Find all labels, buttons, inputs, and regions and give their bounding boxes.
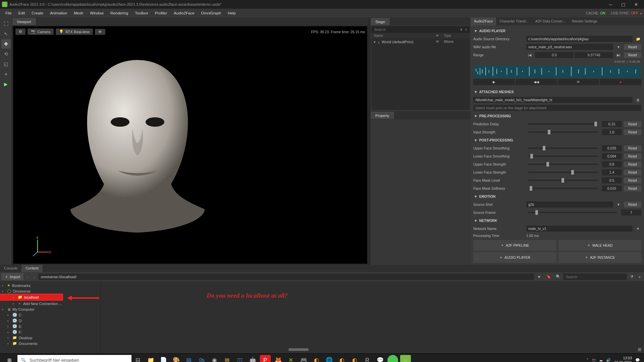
audio-player-button[interactable]: ＋ AUDIO PLAYER [473, 252, 556, 263]
source-shot-field[interactable]: g2b [526, 201, 613, 207]
move-tool-icon[interactable]: ✥ [1, 39, 11, 49]
content-grid[interactable]: Do you need a localhost at all? ▦ [101, 281, 644, 353]
store2-icon[interactable]: ◫ [234, 355, 245, 362]
reset-shot[interactable]: Reset [624, 202, 641, 207]
tree-item-8[interactable]: ▪💽F: [0, 329, 100, 335]
livesync-status[interactable]: LIVE SYNC: OFF ● [611, 11, 642, 15]
tree-item-10[interactable]: ▪📁Documents [0, 341, 100, 346]
po-value-3[interactable]: 1.4 [602, 169, 622, 175]
menu-rendering[interactable]: Rendering [107, 10, 131, 16]
tray-notifications-icon[interactable]: 💬 [635, 358, 640, 362]
pp-slider-0[interactable] [528, 123, 598, 125]
menu-mesh[interactable]: Mesh [70, 10, 87, 16]
section-network[interactable]: ▼ NETWORK [473, 217, 641, 225]
omniverse-icon[interactable]: ☺ [400, 355, 411, 362]
po-slider-4[interactable] [528, 180, 598, 181]
options-icon[interactable]: ≡ [465, 27, 467, 32]
po-slider-0[interactable] [528, 147, 598, 149]
menu-window[interactable]: Window [87, 10, 107, 16]
filter-icon[interactable]: ⧩ [628, 275, 635, 279]
range-end-icon[interactable]: ▶| [615, 53, 622, 57]
po-slider-2[interactable] [528, 164, 598, 165]
tree-item-9[interactable]: ▪📁Desktop [0, 335, 100, 341]
po-reset-0[interactable]: Reset [624, 145, 641, 151]
menu-animation[interactable]: Animation [47, 10, 70, 16]
dropdown-icon[interactable]: ▼ [635, 227, 641, 231]
range-b[interactable]: 9.37746 [575, 52, 613, 58]
green-icon[interactable] [387, 355, 398, 362]
property-tab[interactable]: Property [371, 112, 394, 119]
trash-icon[interactable]: 🗑 [635, 98, 641, 102]
tree-item-7[interactable]: ▪💽E: [0, 323, 100, 329]
range-a[interactable]: 0.0 [535, 52, 574, 58]
store-icon[interactable]: 🛍 [196, 355, 207, 362]
pp-reset-1[interactable]: Reset [624, 129, 641, 135]
tab-audio2face[interactable]: Audio2Face [471, 17, 496, 25]
nav-fwd-icon[interactable]: › [32, 275, 37, 279]
notepad-icon[interactable]: 📄 [158, 355, 169, 362]
male-head-button[interactable]: ＋ MALE HEAD [558, 240, 642, 251]
po-reset-4[interactable]: Reset [624, 178, 641, 183]
tab-character-transfer[interactable]: Character Transf... [496, 17, 532, 25]
close-button[interactable]: ✕ [630, 0, 642, 8]
app-icon-3[interactable]: 🎮 [298, 355, 309, 362]
rewind-button[interactable]: ◀◀ [516, 79, 557, 85]
start-button[interactable]: ⊞ [1, 354, 17, 362]
tree-item-1[interactable]: ▪◯Omniverse [0, 288, 100, 294]
mesh-path-field[interactable]: /World/char_male_model_hi/c_headWatertig… [473, 97, 633, 103]
folder-icon[interactable]: 📁 [635, 37, 641, 41]
camera-dropdown[interactable]: 📷 Camera [28, 28, 54, 35]
app-icon-1[interactable]: ▤ [183, 355, 194, 362]
viewport[interactable]: ⚙ 📷 Camera 💡 RTX Real-time 👁 FPS: 38.23,… [13, 26, 367, 264]
r-icon[interactable]: R [362, 355, 373, 362]
blender-icon-3[interactable]: ◐ [349, 355, 360, 362]
menu-toolbox[interactable]: Toolbox [131, 10, 152, 16]
stage-row-world[interactable]: ▸ ⟁ World (defaultPrim) 👁Xform [371, 39, 470, 45]
x-icon[interactable]: ✕ [285, 355, 296, 362]
tree-item-2[interactable]: ▪📁localhost [0, 294, 62, 300]
loop-button[interactable]: ⟳ [558, 79, 599, 85]
chrome-icon[interactable]: 🌐 [324, 355, 334, 362]
visibility-icon[interactable]: 👁 [95, 29, 105, 35]
section-attached-meshes[interactable]: ▼ ATTACHED MESHES [473, 88, 641, 96]
section-postprocessing[interactable]: ▼ POST-PROCESSING [473, 136, 641, 144]
firefox-icon[interactable]: 🦊 [273, 355, 283, 362]
a2f-pipeline-button[interactable]: ＋ A2F PIPELINE [473, 240, 556, 251]
source-frame-slider[interactable] [528, 212, 617, 213]
menu-edit[interactable]: Edit [15, 10, 29, 16]
nav-back-icon[interactable]: ‹ [25, 275, 30, 279]
taskbar-clock[interactable]: 13:0323.09.2021 [614, 356, 632, 362]
android-icon[interactable]: 🤖 [247, 355, 258, 362]
section-preprocessing[interactable]: ▼ PRE-PROCESSING [473, 112, 641, 120]
frame-all-icon[interactable]: ⛶ [1, 19, 11, 28]
menu-omnigraph[interactable]: OmniGraph [198, 10, 224, 16]
select-tool-icon[interactable]: ↖ [1, 29, 11, 39]
a2f-instance-button[interactable]: ＋ A2F INSTANCE [558, 252, 642, 263]
tree-item-5[interactable]: ▪💽C: [0, 312, 100, 318]
viewport-settings-icon[interactable]: ⚙ [15, 28, 25, 35]
menu-create[interactable]: Create [28, 10, 47, 16]
tab-render-settings[interactable]: Render Settings [569, 17, 600, 25]
filter-icon[interactable]: ▼ [460, 27, 463, 32]
taskbar-search[interactable]: 🔍Suchbegriff hier eingeben [17, 355, 131, 362]
po-value-2[interactable]: 0.6 [602, 161, 622, 167]
tree-item-4[interactable]: ▪🖥My Computer [0, 307, 100, 312]
rotate-tool-icon[interactable]: ⟲ [1, 49, 11, 59]
renderer-dropdown[interactable]: 💡 RTX Real-time [56, 28, 93, 35]
pp-slider-1[interactable] [528, 131, 598, 133]
mail-icon[interactable]: ✉ [222, 355, 232, 362]
pp-reset-0[interactable]: Reset [624, 121, 641, 127]
record-button[interactable]: ● [600, 79, 641, 85]
maximize-button[interactable]: ▢ [617, 0, 629, 8]
reset-range[interactable]: Reset [624, 52, 641, 58]
content-search-input[interactable] [563, 274, 627, 280]
menu-icon[interactable]: ≡ [637, 275, 643, 279]
explorer-icon[interactable]: 📁 [145, 355, 156, 362]
play-button[interactable]: ▶ [473, 79, 515, 85]
content-path-field[interactable]: omniverse://localhost/ [38, 274, 534, 280]
waveform-display[interactable] [473, 65, 641, 77]
menu-audio2face[interactable]: Audio2Face [170, 10, 198, 16]
paint-icon[interactable]: 🎨 [171, 355, 181, 362]
app-icon-2[interactable]: ◉ [209, 355, 220, 362]
pp-value-1[interactable]: 1.0 [602, 129, 622, 135]
